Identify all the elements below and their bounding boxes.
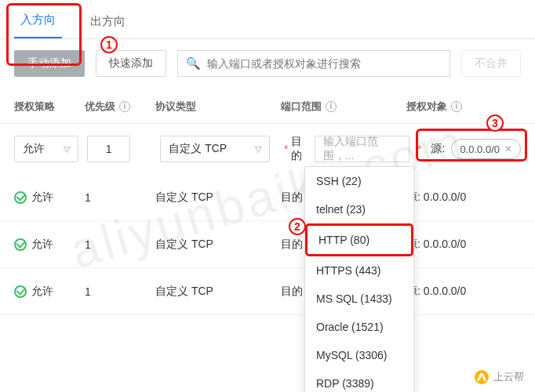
col-port: 端口范围i [281, 100, 406, 114]
allow-icon [14, 285, 27, 298]
required-mark: * [284, 143, 288, 155]
opt-telnet[interactable]: telnet (23) [305, 195, 413, 223]
weibo-icon [475, 370, 489, 384]
annotation-1: 1 [100, 36, 118, 53]
toolbar: 手动添加 快速添加 🔍 不合并 [0, 39, 535, 89]
source-label: 源: [431, 142, 445, 156]
col-policy: 授权策略 [14, 100, 85, 114]
port-dest-label: 目的 [291, 135, 310, 163]
port-dropdown[interactable]: SSH (22) telnet (23) HTTP (80) HTTPS (44… [304, 166, 414, 392]
chevron-down-icon: ▽ [255, 144, 261, 154]
table-row: 允许 1 自定义 TCP 目的 源: 0.0.0.0/0 [0, 221, 535, 268]
quick-add-button[interactable]: 快速添加 [96, 50, 166, 77]
info-icon: i [119, 101, 130, 112]
opt-https[interactable]: HTTPS (443) [305, 256, 413, 285]
opt-http[interactable]: HTTP (80) [305, 223, 413, 256]
search-box[interactable]: 🔍 [177, 50, 450, 77]
search-icon: 🔍 [186, 56, 201, 71]
search-input[interactable] [207, 57, 442, 70]
info-icon: i [451, 101, 462, 112]
tab-inbound[interactable]: 入方向 [14, 2, 62, 38]
allow-icon [14, 191, 27, 204]
protocol-select[interactable]: 自定义 TCP▽ [160, 136, 270, 162]
col-priority: 优先级i [85, 100, 155, 114]
opt-oracle[interactable]: Oracle (1521) [305, 313, 413, 341]
tab-outbound[interactable]: 出方向 [84, 3, 132, 38]
edit-row: 允许▽ 1 自定义 TCP▽ * 目的 输入端口范围，... * 源: 0.0.… [0, 124, 535, 174]
policy-select[interactable]: 允许▽ [14, 136, 78, 162]
source-chip[interactable]: 0.0.0.0/0✕ [451, 139, 521, 159]
opt-mysql[interactable]: MySQL (3306) [305, 341, 413, 369]
no-merge-button[interactable]: 不合并 [461, 50, 521, 77]
table-row: 允许 1 自定义 TCP 目的 源: 0.0.0.0/0 [0, 268, 535, 315]
opt-ssh[interactable]: SSH (22) [305, 167, 413, 195]
close-icon[interactable]: ✕ [504, 143, 512, 154]
table-header: 授权策略 优先级i 协议类型 端口范围i 授权对象i [0, 89, 535, 124]
brand-mark: 上云帮 [475, 370, 524, 384]
opt-rdp[interactable]: RDP (3389) [305, 369, 413, 392]
direction-tabs: 入方向 出方向 [0, 0, 535, 39]
table-row: 允许 1 自定义 TCP 目的 源: 0.0.0.0/0 [0, 174, 535, 221]
allow-icon [14, 238, 27, 251]
priority-input[interactable]: 1 [87, 136, 130, 162]
required-mark: * [417, 143, 421, 155]
col-protocol: 协议类型 [155, 100, 281, 114]
info-icon: i [326, 101, 337, 112]
opt-mssql[interactable]: MS SQL (1433) [305, 285, 413, 313]
col-object: 授权对象i [406, 100, 521, 114]
port-input[interactable]: 输入端口范围，... [315, 136, 409, 162]
manual-add-button[interactable]: 手动添加 [14, 50, 85, 77]
annotation-2: 2 [289, 218, 306, 235]
annotation-3: 3 [486, 114, 504, 132]
chevron-down-icon: ▽ [64, 144, 70, 154]
